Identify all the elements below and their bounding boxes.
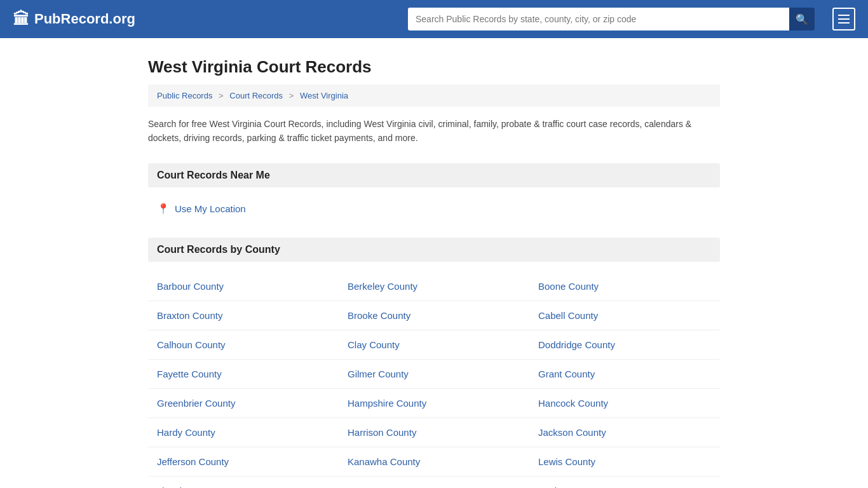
county-section: Court Records by County Barbour CountyBe…: [148, 238, 720, 488]
list-item: Lewis County: [529, 447, 720, 477]
county-link[interactable]: Calhoun County: [157, 339, 226, 350]
menu-line: [838, 18, 850, 20]
list-item: Calhoun County: [148, 330, 339, 360]
breadcrumb-public-records[interactable]: Public Records: [157, 91, 212, 100]
county-link[interactable]: Doddridge County: [538, 339, 615, 350]
search-button[interactable]: 🔍: [789, 8, 815, 30]
use-location-label: Use My Location: [175, 203, 246, 214]
list-item: Greenbrier County: [148, 389, 339, 418]
menu-line: [838, 22, 850, 24]
county-link[interactable]: Lincoln County: [157, 485, 220, 488]
county-link[interactable]: Kanawha County: [348, 456, 420, 467]
county-link[interactable]: Jefferson County: [157, 456, 229, 467]
use-location-button[interactable]: 📍 Use My Location: [148, 198, 255, 220]
list-item: Doddridge County: [529, 330, 720, 360]
county-link[interactable]: Clay County: [348, 339, 400, 350]
menu-button[interactable]: [832, 8, 855, 30]
county-link[interactable]: Hancock County: [538, 398, 608, 409]
county-link[interactable]: Harrison County: [348, 427, 416, 438]
county-link[interactable]: Barbour County: [157, 281, 224, 292]
list-item: Grant County: [529, 360, 720, 389]
search-icon: 🔍: [796, 13, 808, 25]
list-item: Hampshire County: [339, 389, 529, 418]
county-link[interactable]: Hardy County: [157, 427, 215, 438]
list-item: Harrison County: [339, 418, 529, 447]
search-input[interactable]: [408, 8, 789, 30]
county-link[interactable]: Boone County: [538, 281, 599, 292]
list-item: Hardy County: [148, 418, 339, 447]
list-item: Jackson County: [529, 418, 720, 447]
list-item: Braxton County: [148, 301, 339, 330]
logo-icon: 🏛: [13, 10, 29, 29]
list-item: Barbour County: [148, 272, 339, 301]
breadcrumb-west-virginia[interactable]: West Virginia: [300, 91, 348, 100]
list-item: Fayette County: [148, 360, 339, 389]
menu-line: [838, 15, 850, 16]
list-item: Clay County: [339, 330, 529, 360]
list-item: Brooke County: [339, 301, 529, 330]
list-item: Kanawha County: [339, 447, 529, 477]
near-me-header: Court Records Near Me: [148, 163, 720, 187]
logo-link[interactable]: 🏛 PubRecord.org: [13, 10, 135, 29]
list-item: Boone County: [529, 272, 720, 301]
county-link[interactable]: Grant County: [538, 369, 595, 379]
breadcrumb: Public Records > Court Records > West Vi…: [148, 85, 720, 107]
search-area: 🔍: [408, 8, 815, 30]
county-grid: Barbour CountyBerkeley CountyBoone Count…: [148, 272, 720, 488]
county-link[interactable]: Logan County: [348, 485, 407, 488]
county-section-header: Court Records by County: [148, 238, 720, 262]
main-content: West Virginia Court Records Public Recor…: [135, 38, 733, 488]
county-link[interactable]: Greenbrier County: [157, 398, 235, 409]
page-description: Search for free West Virginia Court Reco…: [148, 117, 720, 146]
near-me-section: Court Records Near Me 📍 Use My Location: [148, 163, 720, 220]
county-link[interactable]: Lewis County: [538, 456, 595, 467]
breadcrumb-sep-2: >: [289, 91, 294, 100]
page-title: West Virginia Court Records: [148, 57, 720, 77]
list-item: Logan County: [339, 477, 529, 488]
county-link[interactable]: Gilmer County: [348, 369, 409, 379]
location-icon: 📍: [157, 203, 170, 215]
county-link[interactable]: Berkeley County: [348, 281, 417, 292]
county-link[interactable]: Fayette County: [157, 369, 222, 379]
list-item: Marion County: [529, 477, 720, 488]
logo-text: PubRecord.org: [34, 11, 135, 27]
list-item: Cabell County: [529, 301, 720, 330]
breadcrumb-sep-1: >: [219, 91, 224, 100]
list-item: Gilmer County: [339, 360, 529, 389]
county-link[interactable]: Braxton County: [157, 310, 222, 321]
list-item: Lincoln County: [148, 477, 339, 488]
site-header: 🏛 PubRecord.org 🔍: [0, 0, 868, 38]
county-link[interactable]: Marion County: [538, 485, 600, 488]
breadcrumb-court-records[interactable]: Court Records: [229, 91, 283, 100]
list-item: Jefferson County: [148, 447, 339, 477]
county-link[interactable]: Hampshire County: [348, 398, 426, 409]
county-link[interactable]: Brooke County: [348, 310, 410, 321]
list-item: Berkeley County: [339, 272, 529, 301]
county-link[interactable]: Jackson County: [538, 427, 606, 438]
list-item: Hancock County: [529, 389, 720, 418]
county-link[interactable]: Cabell County: [538, 310, 598, 321]
